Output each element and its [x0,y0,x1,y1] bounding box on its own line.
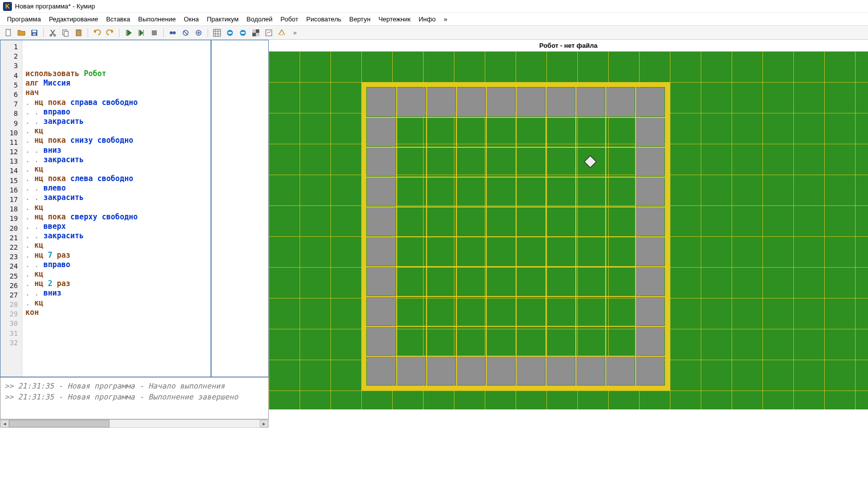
code-line[interactable]: . нц 2 раз [25,279,265,289]
code-line[interactable]: . нц пока справа свободно [25,98,265,107]
svg-rect-3 [33,33,36,35]
grid-line [670,51,670,409]
svg-rect-19 [252,29,256,33]
menu-item-1[interactable]: Редактирование [45,13,102,25]
menu-item-10[interactable]: Чертежник [374,13,415,25]
code-line[interactable]: . кц [25,126,265,136]
cut-icon[interactable] [47,27,58,38]
menu-item-5[interactable]: Практикум [203,13,242,25]
code-line[interactable]: . . вправо [25,260,265,270]
code-editor[interactable]: 1234567891011121314151617181920212223242… [0,40,269,377]
line-number: 25 [0,272,22,281]
robot-field[interactable] [269,51,868,409]
menu-item-8[interactable]: Рисователь [302,13,345,25]
scroll-track[interactable] [9,420,260,427]
scroll-right-arrow-icon[interactable]: ► [260,420,268,427]
scroll-left-arrow-icon[interactable]: ◄ [0,420,9,427]
menu-item-2[interactable]: Вставка [102,13,134,25]
painted-cell [636,267,664,296]
code-line[interactable]: . . вправо [25,107,265,117]
menu-item-0[interactable]: Программа [3,13,45,25]
scroll-thumb[interactable] [9,420,109,427]
code-line[interactable]: . нц пока снизу свободно [25,136,265,145]
undo-icon[interactable] [92,27,103,38]
stop-icon[interactable] [149,27,160,38]
line-number: 28 [0,300,22,309]
code-line[interactable]: использовать Робот [25,69,265,79]
code-line[interactable]: . . вниз [25,146,265,155]
painted-cell [636,117,664,146]
line-number: 10 [0,128,22,138]
run-step-icon[interactable] [136,27,147,38]
painted-cell [427,88,455,116]
robot-sprite[interactable] [583,154,598,169]
breakpoint-remove-icon[interactable] [180,27,191,38]
editor-split-divider[interactable] [211,40,212,377]
actor2-icon[interactable] [224,27,235,38]
svg-point-12 [173,31,176,34]
toolbar-separator [88,28,88,37]
painted-cell [367,356,396,385]
menu-item-12[interactable]: » [439,13,451,25]
code-line-empty[interactable] [25,327,265,336]
line-number: 27 [0,291,22,300]
code-line[interactable]: кон [25,308,265,317]
actor5-icon[interactable] [263,27,274,38]
code-line-empty[interactable] [25,317,265,327]
new-file-icon[interactable] [3,27,14,38]
code-line[interactable]: . . закрасить [25,155,265,165]
copy-icon[interactable] [60,27,71,38]
code-line[interactable]: . . вверх [25,222,265,231]
code-line[interactable]: . . закрасить [25,231,265,241]
output-console[interactable]: >> 21:31:35 - Новая программа - Начало в… [0,377,269,419]
redo-icon[interactable] [105,27,115,38]
code-line[interactable]: алг Миссия [25,79,265,88]
toolbar-overflow-icon[interactable]: » [289,27,301,38]
line-number: 19 [0,214,22,223]
code-line[interactable]: . нц пока сверху свободно [25,212,265,222]
menu-item-6[interactable]: Водолей [242,13,276,25]
actor3-icon[interactable] [237,27,248,38]
menu-item-4[interactable]: Окна [180,13,203,25]
actor4-icon[interactable] [250,27,261,38]
grid-line [762,51,763,409]
code-line[interactable]: . . закрасить [25,193,265,202]
code-area[interactable]: использовать Роботалг Миссиянач. нц пока… [22,40,268,377]
menu-item-9[interactable]: Вертун [345,13,375,25]
code-line-empty[interactable] [25,365,265,375]
actor1-icon[interactable] [212,27,222,38]
code-line-empty[interactable] [25,356,265,365]
run-icon[interactable] [123,27,134,38]
code-line[interactable]: . . влево [25,184,265,193]
code-line[interactable]: . . вниз [25,289,265,298]
code-line-empty[interactable] [25,336,265,346]
line-number: 14 [0,166,22,176]
horizontal-scrollbar[interactable]: ◄ ► [0,419,269,428]
code-line[interactable]: нач [25,88,265,98]
code-line[interactable]: . кц [25,241,265,250]
code-line[interactable]: . кц [25,203,265,212]
paste-icon[interactable] [73,27,84,38]
save-icon[interactable] [29,27,40,38]
code-line[interactable]: . кц [25,298,265,308]
code-line[interactable]: . кц [25,270,265,279]
painted-cell [516,88,545,116]
open-folder-icon[interactable] [16,27,27,38]
toolbar: » [0,26,868,40]
code-line-empty[interactable] [25,346,265,355]
menu-item-11[interactable]: Инфо [415,13,439,25]
code-line[interactable]: . нц пока слева свободно [25,174,265,184]
actor6-icon[interactable] [276,27,287,38]
grid-line [732,51,732,409]
breakpoint-list-icon[interactable] [193,27,204,38]
code-line[interactable]: . . закрасить [25,117,265,126]
code-line[interactable]: . кц [25,165,265,174]
menu-item-3[interactable]: Выполнение [134,13,180,25]
field-grid-line [366,206,665,207]
breakpoint-add-icon[interactable] [167,27,178,38]
grid-line [855,51,856,409]
menu-item-7[interactable]: Робот [277,13,303,25]
code-line[interactable]: . нц 7 раз [25,251,265,260]
window-title: Новая программа* - Кумир [15,2,95,10]
grid-line [269,51,868,52]
